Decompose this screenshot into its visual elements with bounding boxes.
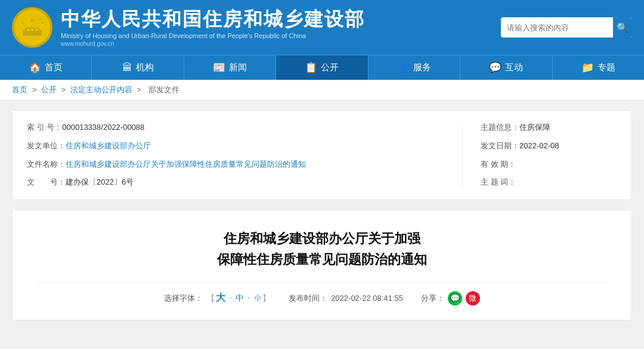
- interact-icon: 💬: [489, 61, 501, 74]
- share-section: 分享： 💬 微: [421, 291, 480, 306]
- publish-time-label: 发布时间：: [289, 293, 327, 304]
- zhuti-label: 主题信息：: [481, 121, 519, 134]
- doc-meta: 选择字体： 【 大 ・ 中 ・ 小 】 发布时间： 2022-02-22 08:…: [36, 282, 608, 306]
- site-title-block: 中华人民共和国住房和城乡建设部 Ministry of Housing and …: [61, 8, 365, 47]
- svg-text:★: ★: [29, 17, 35, 24]
- fawenunit-label: 发文单位：: [27, 140, 66, 152]
- doc-row-fawenunit: 发文单位： 住房和城乡建设部办公厅: [27, 140, 450, 152]
- svg-text:★: ★: [41, 21, 44, 24]
- nav-label-interact: 互动: [505, 62, 523, 73]
- font-size-selector: 选择字体： 【 大 ・ 中 ・ 小 】: [164, 292, 271, 304]
- breadcrumb-current: 部发文件: [148, 85, 179, 94]
- svg-rect-6: [35, 29, 38, 31]
- main-nav: 🏠 首页 🏛 机构 📰 新闻 📋 公开 👤 服务 💬 互动 📁 专题: [0, 55, 644, 80]
- doc-row-youxiaoqi: 有 效 期：: [481, 158, 617, 171]
- font-medium-link[interactable]: 中: [236, 293, 244, 304]
- nav-label-jigou: 机构: [136, 62, 154, 73]
- nav-label-open: 公开: [321, 62, 339, 73]
- breadcrumb-sep-2: >: [61, 85, 67, 94]
- doc-row-zhuti: 主题信息： 住房保障: [481, 121, 617, 134]
- breadcrumb-fading[interactable]: 法定主动公开内容: [70, 85, 132, 94]
- wechat-share-button[interactable]: 💬: [448, 291, 462, 306]
- breadcrumb: 首页 > 公开 > 法定主动公开内容 > 部发文件: [0, 80, 644, 101]
- doc-title: 住房和城乡建设部办公厅关于加强 保障性住房质量常见问题防治的通知: [36, 228, 608, 270]
- fawendate-value: 2022-02-08: [519, 140, 617, 152]
- wechat-icon: 💬: [450, 294, 460, 303]
- nav-item-jigou[interactable]: 🏛 机构: [92, 55, 184, 80]
- breadcrumb-sep-3: >: [137, 85, 143, 94]
- nav-item-open[interactable]: 📋 公开: [276, 55, 368, 80]
- open-icon: 📋: [305, 61, 317, 74]
- search-box[interactable]: 🔍: [501, 17, 632, 38]
- site-website: www.mohurd.gov.cn: [61, 40, 365, 47]
- doc-row-zhutici: 主 题 词：: [481, 176, 617, 189]
- font-small-link[interactable]: 小: [254, 293, 261, 303]
- main-content: 索 引 号： 000013338/2022-00088 发文单位： 住房和城乡建…: [0, 101, 644, 330]
- publish-time: 发布时间： 2022-02-22 08:41:55: [289, 293, 403, 304]
- national-emblem: ★ ★ ★ ★ ★: [12, 7, 52, 48]
- font-size-label: 选择字体：: [164, 293, 203, 304]
- publish-time-value: 2022-02-22 08:41:55: [331, 294, 403, 303]
- doc-row-fawendate: 发文日期： 2022-02-08: [481, 140, 617, 152]
- breadcrumb-home[interactable]: 首页: [12, 85, 27, 94]
- nav-item-service[interactable]: 👤 服务: [369, 55, 460, 80]
- svg-rect-4: [27, 29, 30, 31]
- doc-info-card: 索 引 号： 000013338/2022-00088 发文单位： 住房和城乡建…: [12, 110, 632, 200]
- header-branding: ★ ★ ★ ★ ★ 中华人民共和国住房和城乡建设部 Ministry of Ho…: [12, 7, 365, 48]
- doc-title-line1: 住房和城乡建设部办公厅关于加强: [36, 228, 608, 249]
- nav-item-home[interactable]: 🏠 首页: [0, 55, 92, 80]
- doc-body-card: 住房和城乡建设部办公厅关于加强 保障性住房质量常见问题防治的通知 选择字体： 【…: [12, 210, 632, 320]
- search-icon: 🔍: [617, 22, 628, 33]
- institution-icon: 🏛: [122, 62, 132, 74]
- site-title-cn: 中华人民共和国住房和城乡建设部: [61, 8, 365, 30]
- site-header: ★ ★ ★ ★ ★ 中华人民共和国住房和城乡建设部 Ministry of Ho…: [0, 0, 644, 55]
- font-large-link[interactable]: 大: [216, 292, 225, 304]
- zhutici-label: 主 题 词：: [481, 176, 516, 189]
- font-sep-2: ・: [245, 293, 253, 304]
- doc-row-suoyinhao: 索 引 号： 000013338/2022-00088: [27, 121, 450, 134]
- suoyinhao-value: 000013338/2022-00088: [62, 121, 450, 134]
- share-icons: 💬 微: [448, 291, 480, 306]
- bracket-left: 【: [207, 293, 215, 304]
- search-button[interactable]: 🔍: [613, 17, 632, 38]
- doc-info-left: 索 引 号： 000013338/2022-00088 发文单位： 住房和城乡建…: [27, 121, 450, 189]
- fawendate-label: 发文日期：: [481, 140, 519, 152]
- svg-text:★: ★: [24, 17, 27, 21]
- svg-text:★: ★: [21, 21, 24, 24]
- nav-label-news: 新闻: [229, 62, 247, 73]
- doc-row-filename: 文件名称： 住房和城乡建设部办公厅关于加强保障性住房质量常见问题防治的通知: [27, 158, 450, 171]
- breadcrumb-sep-1: >: [32, 85, 39, 94]
- zhuti-value: 住房保障: [519, 121, 617, 134]
- wenhao-value: 建办保〔2022〕6号: [66, 176, 450, 189]
- service-icon: 👤: [397, 61, 410, 74]
- nav-item-news[interactable]: 📰 新闻: [184, 55, 276, 80]
- weibo-icon: 微: [469, 293, 476, 304]
- topic-icon: 📁: [581, 61, 594, 74]
- site-title-en: Ministry of Housing and Urban-Rural Deve…: [61, 32, 365, 39]
- news-icon: 📰: [213, 61, 225, 74]
- nav-label-topic: 专题: [597, 62, 615, 73]
- home-icon: 🏠: [29, 61, 41, 74]
- fawenunit-value: 住房和城乡建设部办公厅: [66, 140, 450, 152]
- youxiaoqi-label: 有 效 期：: [481, 158, 516, 171]
- nav-label-service: 服务: [413, 62, 431, 73]
- nav-item-topic[interactable]: 📁 专题: [553, 55, 644, 80]
- breadcrumb-open[interactable]: 公开: [41, 85, 57, 94]
- search-input[interactable]: [501, 23, 613, 32]
- doc-info-right: 主题信息： 住房保障 发文日期： 2022-02-08 有 效 期： 主 题 词…: [462, 121, 617, 189]
- weibo-share-button[interactable]: 微: [466, 291, 480, 306]
- doc-title-line2: 保障性住房质量常见问题防治的通知: [36, 249, 608, 270]
- bracket-right: 】: [262, 293, 270, 304]
- nav-label-home: 首页: [45, 62, 63, 73]
- filename-label: 文件名称：: [27, 158, 66, 171]
- nav-item-interact[interactable]: 💬 互动: [460, 55, 552, 80]
- suoyinhao-label: 索 引 号：: [27, 121, 62, 134]
- filename-value: 住房和城乡建设部办公厅关于加强保障性住房质量常见问题防治的通知: [66, 158, 450, 171]
- font-sep-1: ・: [227, 293, 234, 304]
- doc-row-wenhao: 文 号： 建办保〔2022〕6号: [27, 176, 450, 189]
- svg-rect-5: [31, 29, 33, 31]
- wenhao-label: 文 号：: [27, 176, 66, 189]
- share-label: 分享：: [421, 293, 444, 304]
- font-size-links: 【 大 ・ 中 ・ 小 】: [206, 292, 271, 304]
